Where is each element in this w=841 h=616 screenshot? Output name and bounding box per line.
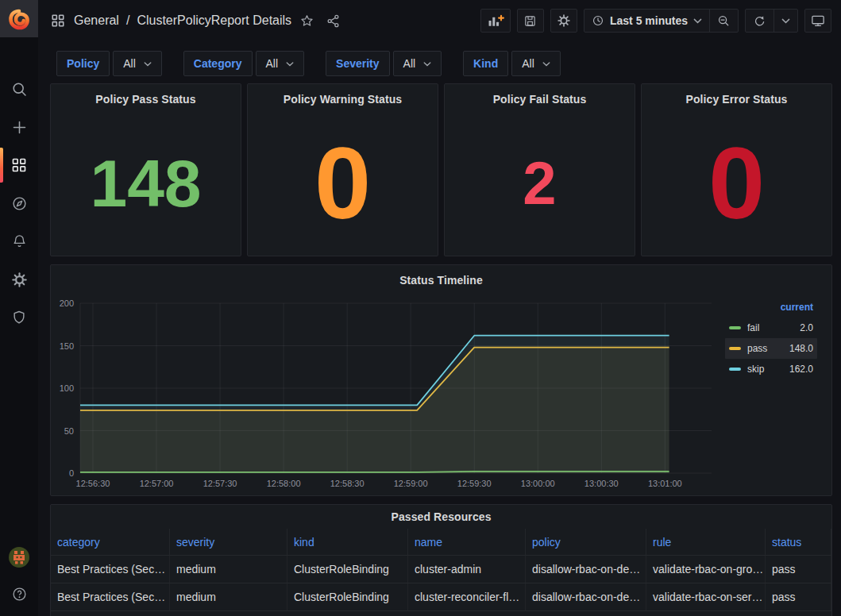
- svg-text:150: 150: [60, 341, 74, 351]
- dashboard-settings-button[interactable]: [550, 9, 577, 33]
- sidebar-item-configuration[interactable]: [0, 260, 38, 298]
- panel-passed-resources: Passed Resources category severity kind …: [50, 504, 832, 616]
- gear-icon: [557, 13, 571, 28]
- variable-value-dropdown[interactable]: All: [113, 51, 162, 76]
- star-dashboard-button[interactable]: [296, 10, 318, 32]
- add-panel-button[interactable]: [480, 9, 511, 33]
- svg-text:200: 200: [60, 298, 74, 308]
- column-header-policy[interactable]: policy: [526, 529, 646, 555]
- svg-text:0: 0: [69, 468, 74, 478]
- panel-title[interactable]: Passed Resources: [51, 505, 831, 529]
- refresh-interval-dropdown[interactable]: [773, 10, 797, 32]
- cycle-view-mode-button[interactable]: [804, 9, 831, 33]
- panel-title[interactable]: Policy Fail Status: [445, 87, 635, 111]
- svg-text:12:58:00: 12:58:00: [267, 479, 301, 488]
- sidebar-item-create[interactable]: [0, 108, 38, 146]
- table-cell: medium: [170, 556, 287, 583]
- svg-text:12:58:30: 12:58:30: [330, 479, 365, 488]
- refresh-icon: [753, 14, 766, 28]
- variable-value-dropdown[interactable]: All: [393, 51, 442, 76]
- save-dashboard-button[interactable]: [517, 9, 544, 33]
- panel-title[interactable]: Policy Error Status: [642, 87, 831, 111]
- chevron-down-icon: [423, 62, 431, 67]
- panel-title[interactable]: Policy Pass Status: [51, 87, 241, 111]
- sidebar: [0, 0, 38, 616]
- panel-title[interactable]: Status Timeline: [51, 268, 831, 292]
- sidebar-item-server-admin[interactable]: [0, 298, 38, 337]
- variable-severity: Severity All: [326, 51, 442, 76]
- dashboard-canvas: Policy All Category All Severity All Kin…: [38, 41, 841, 616]
- zoom-out-time-button[interactable]: [709, 10, 738, 32]
- refresh-controls: [745, 9, 798, 33]
- search-icon: [11, 81, 28, 98]
- series-current-value: 2.0: [800, 322, 813, 333]
- sidebar-item-help[interactable]: [0, 576, 38, 613]
- breadcrumb-separator: /: [126, 13, 129, 28]
- top-navbar: General / ClusterPolicyReport Details: [38, 0, 841, 41]
- column-header-name[interactable]: name: [408, 529, 526, 555]
- variable-value-dropdown[interactable]: All: [256, 51, 305, 76]
- variable-policy: Policy All: [56, 51, 162, 76]
- time-range-picker[interactable]: Last 5 minutes: [584, 10, 709, 32]
- legend-column-header[interactable]: current: [725, 300, 817, 318]
- dashboards-grid-icon: [11, 157, 27, 173]
- series-name: pass: [747, 343, 767, 354]
- stat-value: 0: [314, 133, 371, 234]
- svg-text:13:00:30: 13:00:30: [584, 479, 619, 488]
- svg-text:12:57:00: 12:57:00: [140, 479, 174, 488]
- share-dashboard-button[interactable]: [322, 10, 344, 32]
- table-cell: pass: [766, 556, 831, 583]
- svg-text:50: 50: [64, 426, 74, 436]
- sidebar-item-search[interactable]: [0, 70, 38, 108]
- series-color-swatch: [729, 326, 741, 329]
- variable-value: All: [123, 57, 136, 70]
- panel-status-timeline: 05010015020012:56:3012:57:0012:57:3012:5…: [50, 264, 832, 496]
- variable-category: Category All: [183, 51, 304, 76]
- panel-title[interactable]: Policy Warning Status: [248, 87, 438, 111]
- refresh-button[interactable]: [746, 10, 773, 32]
- status-timeline-chart: 05010015020012:56:3012:57:0012:57:3012:5…: [51, 265, 831, 495]
- shield-icon: [11, 310, 27, 325]
- table-header-row: category severity kind name policy rule …: [51, 529, 831, 555]
- column-header-status[interactable]: status: [766, 529, 831, 555]
- tv-icon: [811, 13, 825, 28]
- breadcrumb: General / ClusterPolicyReport Details: [51, 13, 291, 28]
- table-row: Best Practices (Sec…mediumClusterRoleBin…: [51, 583, 831, 610]
- sidebar-item-dashboards[interactable]: [0, 146, 38, 184]
- breadcrumb-folder[interactable]: General: [74, 13, 119, 28]
- column-header-severity[interactable]: severity: [170, 529, 287, 555]
- chevron-down-icon: [693, 18, 702, 24]
- column-header-category[interactable]: category: [51, 529, 170, 555]
- variable-value-dropdown[interactable]: All: [511, 51, 561, 76]
- grafana-logo-button[interactable]: [0, 0, 38, 37]
- legend-item-skip[interactable]: skip 162.0: [725, 359, 817, 379]
- variable-label: Severity: [326, 51, 389, 76]
- sidebar-item-alerting[interactable]: [0, 222, 38, 260]
- star-icon: [299, 13, 314, 29]
- table-cell: ClusterRoleBinding: [287, 556, 408, 583]
- series-current-value: 162.0: [789, 364, 813, 375]
- svg-text:13:01:00: 13:01:00: [648, 479, 682, 488]
- compass-icon: [11, 195, 28, 212]
- legend-item-pass[interactable]: pass 148.0: [725, 338, 817, 359]
- variable-value: All: [522, 57, 534, 70]
- panel-policy-fail-status: Policy Fail Status 2: [444, 83, 635, 256]
- series-name: fail: [747, 322, 759, 333]
- legend-item-fail[interactable]: fail 2.0: [725, 318, 817, 338]
- svg-text:100: 100: [60, 383, 74, 393]
- add-panel-icon: [487, 13, 504, 28]
- chart-legend: current fail 2.0 pass 148.0 skip 162.0: [725, 300, 817, 379]
- table-cell: cluster-reconciler-fl…: [408, 583, 526, 610]
- column-header-kind[interactable]: kind: [287, 529, 408, 555]
- sidebar-item-explore[interactable]: [0, 184, 38, 222]
- bell-icon: [11, 233, 28, 250]
- column-header-rule[interactable]: rule: [646, 529, 766, 555]
- time-controls: Last 5 minutes: [584, 9, 739, 33]
- panel-policy-pass-status: Policy Pass Status 148: [50, 83, 241, 256]
- sidebar-item-profile[interactable]: [0, 538, 38, 576]
- gear-icon: [11, 271, 28, 288]
- dashboard-title: ClusterPolicyReport Details: [137, 13, 291, 28]
- time-range-label: Last 5 minutes: [610, 14, 688, 27]
- svg-text:13:00:00: 13:00:00: [521, 479, 555, 488]
- series-name: skip: [747, 364, 764, 375]
